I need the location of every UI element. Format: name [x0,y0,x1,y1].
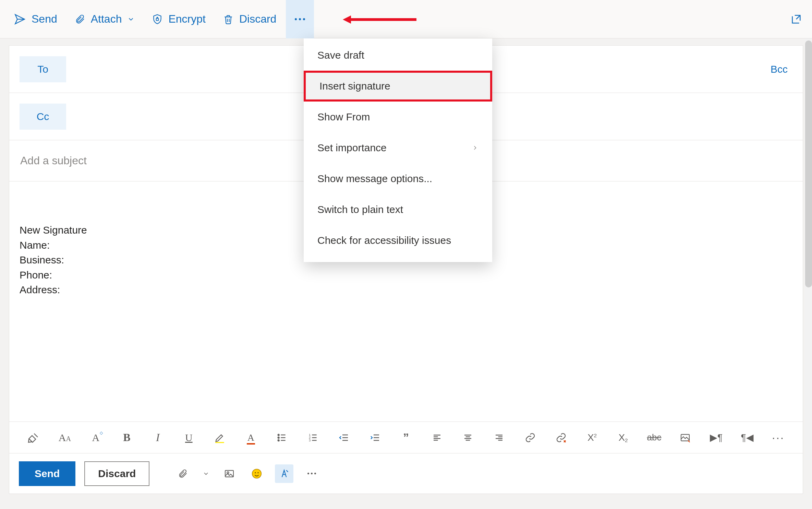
chevron-right-icon [472,144,478,151]
more-actions-menu: Save draft Insert signature Show From Se… [304,38,492,262]
bcc-label: Bcc [771,63,788,75]
italic-icon: I [156,431,160,444]
subscript-button[interactable]: X2 [614,428,633,447]
chevron-down-icon [203,470,209,477]
svg-rect-3 [216,442,225,443]
scrollbar-thumb[interactable] [805,40,812,287]
chevron-down-icon [127,15,135,23]
menu-switch-plain-text[interactable]: Switch to plain text [304,194,492,225]
popout-icon [790,13,802,25]
shield-lock-icon [152,14,163,25]
bottom-send-button[interactable]: Send [19,461,75,486]
menu-item-label: Check for accessibility issues [317,235,451,246]
strikethrough-icon: abc [647,432,662,443]
highlight-button[interactable] [210,428,229,447]
bottom-more-button[interactable] [302,464,321,483]
compose-toolbar: Send Attach Encrypt Discard [0,0,812,38]
align-right-icon [494,433,504,443]
menu-show-message-options[interactable]: Show message options... [304,163,492,194]
svg-point-16 [252,469,262,478]
encrypt-button-label: Encrypt [168,13,205,25]
indent-icon [369,432,380,443]
italic-button[interactable]: I [148,428,167,447]
font-color-button[interactable]: A [242,428,260,447]
ltr-icon: ▶¶ [710,432,723,443]
format-painter-button[interactable] [24,428,43,447]
encrypt-button[interactable]: Encrypt [144,7,213,32]
insert-picture-inline-button[interactable] [676,428,695,447]
align-left-icon [432,433,442,443]
more-actions-button[interactable] [286,0,314,38]
menu-set-importance[interactable]: Set importance [304,132,492,163]
decrease-indent-button[interactable] [335,428,353,447]
bottom-action-bar: Send Discard [9,453,803,494]
send-label: Send [35,468,60,479]
unlink-icon [556,432,567,443]
bold-icon: B [123,431,130,444]
rtl-button[interactable]: ¶◀ [738,428,757,447]
menu-show-from[interactable]: Show From [304,102,492,132]
format-more-button[interactable]: ··· [769,428,788,447]
bottom-attach-button[interactable] [173,464,192,483]
paint-roller-icon [27,431,40,444]
font-icon: AA [59,432,71,443]
bold-button[interactable]: B [118,428,136,447]
highlighter-icon [214,432,226,443]
text-format-icon [279,469,289,479]
bottom-discard-button[interactable]: Discard [84,461,149,486]
bottom-attach-chevron[interactable] [201,464,211,483]
underline-icon: U [185,432,193,443]
send-button-label: Send [32,13,57,25]
scrollbar[interactable] [805,38,812,460]
to-label: To [37,63,48,75]
font-size-button[interactable]: A◇ [86,428,105,447]
strikethrough-button[interactable]: abc [645,428,664,447]
svg-point-5 [278,437,279,438]
bcc-toggle[interactable]: Bcc [766,63,792,75]
remove-link-button[interactable] [552,428,571,447]
insert-link-button[interactable] [521,428,540,447]
align-right-button[interactable] [490,428,509,447]
svg-point-6 [278,440,279,441]
svg-point-17 [255,472,256,473]
body-line: Address: [20,282,792,297]
menu-item-label: Save draft [317,49,364,61]
menu-item-label: Show From [317,111,370,123]
align-center-button[interactable] [459,428,477,447]
discard-label: Discard [98,468,136,479]
align-center-icon [463,433,473,443]
cc-button[interactable]: Cc [20,104,66,130]
trash-icon [223,14,234,25]
popout-window-button[interactable] [787,10,806,29]
numbering-button[interactable]: 123 [304,428,323,447]
menu-check-accessibility[interactable]: Check for accessibility issues [304,225,492,256]
toggle-format-toolbar-button[interactable] [275,464,293,483]
svg-point-18 [258,472,259,473]
ellipsis-icon [295,18,305,20]
emoji-button[interactable] [247,464,266,483]
discard-button[interactable]: Discard [215,7,284,32]
menu-save-draft[interactable]: Save draft [304,40,492,71]
font-family-button[interactable]: AA [56,428,74,447]
send-button[interactable]: Send [6,7,65,32]
ellipsis-icon [307,473,316,474]
bullets-button[interactable] [272,428,291,447]
menu-insert-signature[interactable]: Insert signature [304,71,492,102]
picture-placeholder-icon [680,432,691,443]
paperclip-icon [178,469,188,479]
to-button[interactable]: To [20,56,66,82]
font-size-icon: A◇ [92,432,99,443]
align-left-button[interactable] [428,428,447,447]
text-color-icon: A [247,432,254,443]
subscript-icon: X2 [618,432,628,443]
attach-button[interactable]: Attach [67,7,143,32]
insert-picture-button[interactable] [220,464,239,483]
quote-button[interactable]: ” [397,428,415,447]
quote-icon: ” [403,431,409,444]
bulleted-list-icon [276,432,287,443]
superscript-button[interactable]: X2 [583,428,602,447]
menu-item-label: Insert signature [319,80,390,92]
increase-indent-button[interactable] [366,428,385,447]
underline-button[interactable]: U [180,428,198,447]
ltr-button[interactable]: ▶¶ [707,428,726,447]
